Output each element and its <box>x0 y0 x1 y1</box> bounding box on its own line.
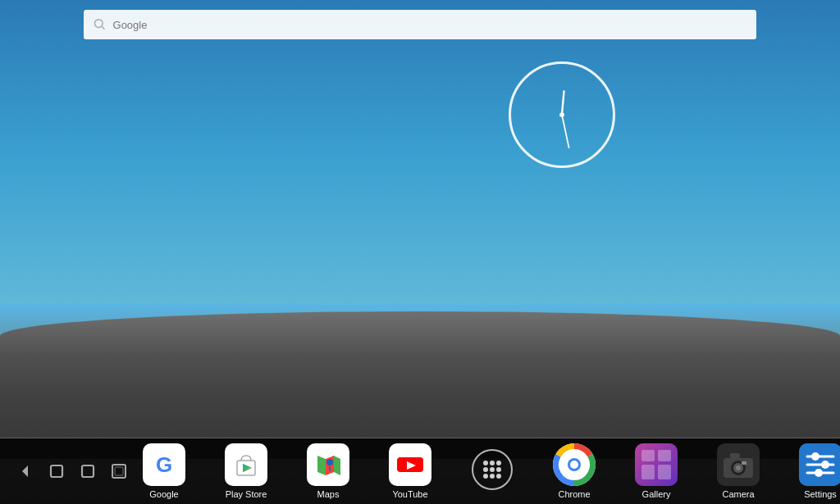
app-google[interactable]: G Google <box>123 440 205 502</box>
gallery-icon <box>635 443 678 486</box>
svg-point-31 <box>490 474 495 479</box>
clock-widget <box>509 61 615 168</box>
gallery-label: Gallery <box>642 489 671 499</box>
app-maps[interactable]: Maps <box>287 440 369 502</box>
screenshot-icon <box>110 462 128 480</box>
recent-icon <box>79 462 97 480</box>
app-gallery[interactable]: Gallery <box>615 440 697 502</box>
svg-text:G: G <box>156 452 172 477</box>
app-youtube[interactable]: YouTube <box>369 440 451 502</box>
svg-point-29 <box>496 467 501 472</box>
svg-rect-40 <box>658 450 671 461</box>
app-chrome[interactable]: Chrome <box>533 440 615 502</box>
settings-icon <box>799 443 840 486</box>
svg-point-24 <box>483 461 488 465</box>
home-button[interactable] <box>48 460 66 483</box>
svg-line-1 <box>102 26 104 29</box>
taskbar: G Google <box>0 438 840 504</box>
chrome-icon <box>553 443 596 486</box>
app-playstore[interactable]: Play Store <box>205 440 287 502</box>
svg-line-2 <box>562 91 564 115</box>
playstore-label: Play Store <box>226 489 267 499</box>
clock-hands <box>511 64 613 166</box>
back-icon <box>16 462 34 480</box>
back-button[interactable] <box>16 460 34 483</box>
svg-point-55 <box>821 461 829 469</box>
svg-rect-9 <box>115 467 123 475</box>
search-input[interactable] <box>113 19 746 31</box>
svg-point-27 <box>483 467 488 472</box>
nav-buttons <box>8 460 123 483</box>
clock-face <box>509 61 615 168</box>
playstore-icon <box>225 443 267 486</box>
svg-point-32 <box>496 474 501 479</box>
home-icon <box>48 462 66 480</box>
svg-rect-41 <box>641 465 655 479</box>
svg-rect-49 <box>742 461 746 465</box>
svg-point-54 <box>811 452 819 461</box>
settings-label: Settings <box>804 489 837 499</box>
svg-point-30 <box>483 474 488 479</box>
svg-marker-17 <box>317 456 326 475</box>
search-icon <box>94 18 107 31</box>
desktop: G Google <box>0 0 840 504</box>
maps-label: Maps <box>317 489 340 499</box>
google-icon: G <box>143 443 185 486</box>
svg-line-3 <box>562 115 569 148</box>
svg-point-47 <box>736 465 741 470</box>
camera-label: Camera <box>722 489 754 499</box>
svg-rect-42 <box>658 465 671 479</box>
chrome-label: Chrome <box>558 489 590 499</box>
google-label: Google <box>149 489 178 499</box>
svg-point-25 <box>490 461 495 465</box>
svg-point-56 <box>815 469 823 477</box>
svg-point-4 <box>559 112 564 117</box>
svg-rect-48 <box>730 453 740 458</box>
svg-point-26 <box>496 461 501 465</box>
sky-background <box>0 0 840 303</box>
app-icons: G Google <box>123 440 840 502</box>
svg-rect-8 <box>112 465 126 478</box>
svg-point-36 <box>570 461 578 469</box>
svg-marker-19 <box>334 456 340 475</box>
search-bar[interactable] <box>84 10 756 39</box>
svg-rect-7 <box>82 465 94 477</box>
svg-rect-12 <box>229 447 263 482</box>
app-allapps[interactable] <box>451 446 533 497</box>
svg-point-20 <box>326 459 333 465</box>
allapps-icon <box>472 449 513 490</box>
ground-shelf <box>0 311 840 459</box>
app-settings[interactable]: Settings <box>779 440 840 502</box>
svg-point-0 <box>94 20 103 28</box>
youtube-icon <box>389 443 431 486</box>
svg-rect-38 <box>635 443 678 486</box>
svg-point-28 <box>490 467 495 472</box>
screenshot-button[interactable] <box>110 460 128 483</box>
recent-button[interactable] <box>79 460 97 483</box>
svg-rect-39 <box>641 450 655 461</box>
svg-marker-5 <box>22 465 28 477</box>
youtube-label: YouTube <box>392 489 427 499</box>
camera-icon <box>717 443 760 486</box>
app-camera[interactable]: Camera <box>697 440 779 502</box>
maps-icon <box>307 443 349 486</box>
svg-rect-6 <box>51 465 62 477</box>
